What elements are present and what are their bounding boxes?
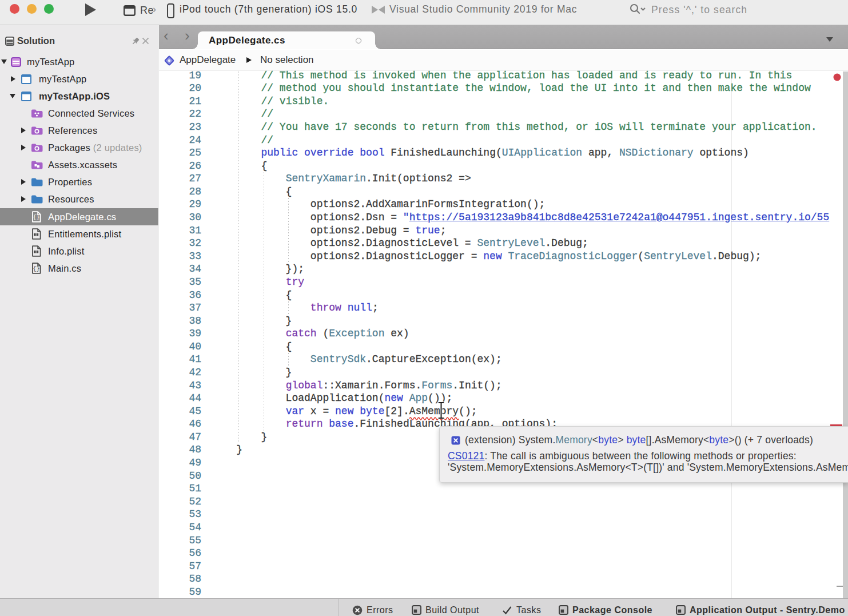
svg-text:{}: {} (33, 214, 39, 221)
svg-text:{}: {} (33, 266, 39, 272)
